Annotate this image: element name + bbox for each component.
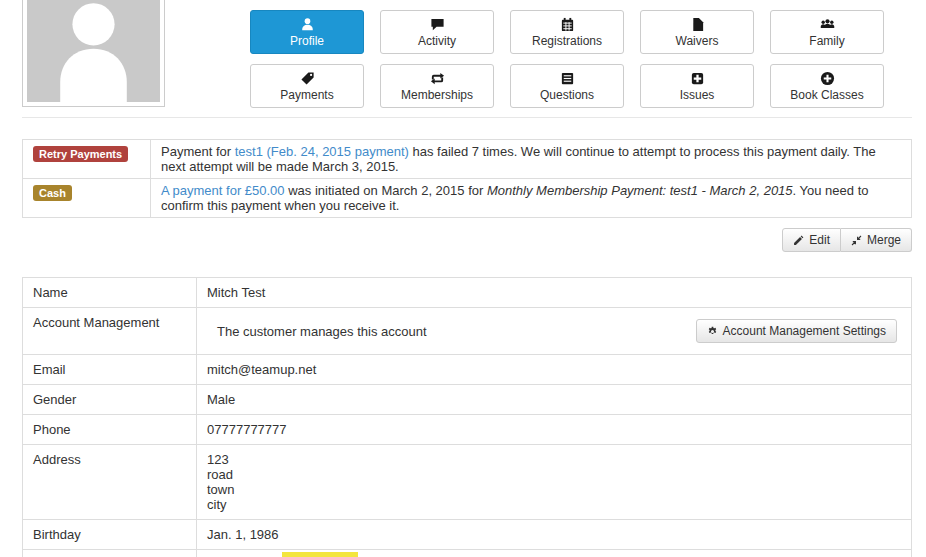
row-label: Barcode bbox=[23, 550, 197, 557]
repeat-icon bbox=[430, 71, 445, 86]
nav-label: Issues bbox=[680, 88, 715, 102]
customer-profile-page: Profile Activity Registrations Waivers F… bbox=[0, 0, 926, 557]
header-divider bbox=[22, 117, 912, 118]
table-row-gender: Gender Male bbox=[23, 385, 912, 415]
row-label: Name bbox=[23, 278, 197, 308]
table-row-account-management: Account Management The customer manages … bbox=[23, 308, 912, 355]
payment-link[interactable]: test1 (Feb. 24, 2015 payment) bbox=[235, 144, 409, 159]
nav-button-book-classes[interactable]: Book Classes bbox=[770, 64, 884, 108]
nav-label: Family bbox=[809, 34, 844, 48]
table-row-barcode: Barcode Not AssignedAssign bbox=[23, 550, 912, 557]
row-label: Email bbox=[23, 355, 197, 385]
merge-button[interactable]: Merge bbox=[841, 228, 912, 252]
payment-alerts: Retry Payments Payment for test1 (Feb. 2… bbox=[22, 139, 912, 218]
avatar bbox=[22, 0, 165, 107]
plus-circle-icon bbox=[820, 71, 835, 86]
row-label: Account Management bbox=[23, 308, 197, 355]
row-label: Gender bbox=[23, 385, 197, 415]
alert-text: was initiated on March 2, 2015 for bbox=[285, 183, 487, 198]
profile-details-table: Name Mitch Test Account Management The c… bbox=[22, 277, 912, 557]
alert-message: Payment for test1 (Feb. 24, 2015 payment… bbox=[151, 140, 911, 178]
calendar-icon bbox=[560, 17, 575, 32]
nav-button-profile[interactable]: Profile bbox=[250, 10, 364, 54]
alert-message: A payment for £50.00 was initiated on Ma… bbox=[151, 179, 911, 217]
assign-highlight: Assign bbox=[282, 552, 358, 557]
edit-label: Edit bbox=[809, 232, 830, 248]
row-label: Phone bbox=[23, 415, 197, 445]
nav-button-registrations[interactable]: Registrations bbox=[510, 10, 624, 54]
table-row-phone: Phone 07777777777 bbox=[23, 415, 912, 445]
settings-button-label: Account Management Settings bbox=[723, 323, 886, 339]
table-row-name: Name Mitch Test bbox=[23, 278, 912, 308]
nav-label: Memberships bbox=[401, 88, 473, 102]
nav-label: Profile bbox=[290, 34, 324, 48]
alert-text: Payment for bbox=[161, 144, 235, 159]
profile-toolbar: Edit Merge bbox=[782, 228, 912, 252]
list-icon bbox=[560, 71, 575, 86]
nav-button-family[interactable]: Family bbox=[770, 10, 884, 54]
nav-button-payments[interactable]: Payments bbox=[250, 64, 364, 108]
cash-badge: Cash bbox=[33, 185, 72, 201]
table-row-address: Address 123 road town city bbox=[23, 445, 912, 520]
alert-retry-payments: Retry Payments Payment for test1 (Feb. 2… bbox=[23, 140, 911, 179]
birthday-value: Jan. 1, 1986 bbox=[197, 520, 912, 550]
account-management-settings-button[interactable]: Account Management Settings bbox=[696, 319, 897, 343]
user-icon bbox=[300, 17, 315, 32]
nav-label: Questions bbox=[540, 88, 594, 102]
nav-button-issues[interactable]: Issues bbox=[640, 64, 754, 108]
family-icon bbox=[820, 17, 835, 32]
profile-nav: Profile Activity Registrations Waivers F… bbox=[250, 10, 884, 108]
row-label: Birthday bbox=[23, 520, 197, 550]
nav-label: Payments bbox=[280, 88, 333, 102]
plus-square-icon bbox=[690, 71, 705, 86]
comment-icon bbox=[430, 17, 445, 32]
pencil-icon bbox=[793, 235, 804, 246]
name-value: Mitch Test bbox=[197, 278, 912, 308]
table-row-birthday: Birthday Jan. 1, 1986 bbox=[23, 520, 912, 550]
nav-button-waivers[interactable]: Waivers bbox=[640, 10, 754, 54]
file-icon bbox=[690, 17, 705, 32]
cash-payment-link[interactable]: A payment for £50.00 bbox=[161, 183, 285, 198]
account-management-value: The customer manages this account bbox=[217, 324, 427, 339]
table-row-email: Email mitch@teamup.net bbox=[23, 355, 912, 385]
merge-label: Merge bbox=[867, 232, 901, 248]
alert-cash-payment: Cash A payment for £50.00 was initiated … bbox=[23, 179, 911, 217]
nav-button-questions[interactable]: Questions bbox=[510, 64, 624, 108]
payment-name-italic: Monthly Membership Payment: test1 - Marc… bbox=[487, 183, 793, 198]
merge-icon bbox=[851, 235, 862, 246]
alert-badge-cell: Retry Payments bbox=[23, 140, 151, 178]
nav-label: Registrations bbox=[532, 34, 602, 48]
avatar-placeholder-image bbox=[27, 0, 160, 102]
address-value: 123 road town city bbox=[197, 445, 912, 520]
alert-badge-cell: Cash bbox=[23, 179, 151, 217]
gear-icon bbox=[707, 326, 718, 337]
gender-value: Male bbox=[197, 385, 912, 415]
phone-value: 07777777777 bbox=[197, 415, 912, 445]
nav-button-memberships[interactable]: Memberships bbox=[380, 64, 494, 108]
nav-label: Waivers bbox=[676, 34, 719, 48]
edit-button[interactable]: Edit bbox=[782, 228, 841, 252]
nav-label: Activity bbox=[418, 34, 456, 48]
nav-label: Book Classes bbox=[790, 88, 863, 102]
nav-button-activity[interactable]: Activity bbox=[380, 10, 494, 54]
tag-icon bbox=[300, 71, 315, 86]
row-label: Address bbox=[23, 445, 197, 520]
email-value: mitch@teamup.net bbox=[197, 355, 912, 385]
retry-payments-badge: Retry Payments bbox=[33, 146, 128, 162]
